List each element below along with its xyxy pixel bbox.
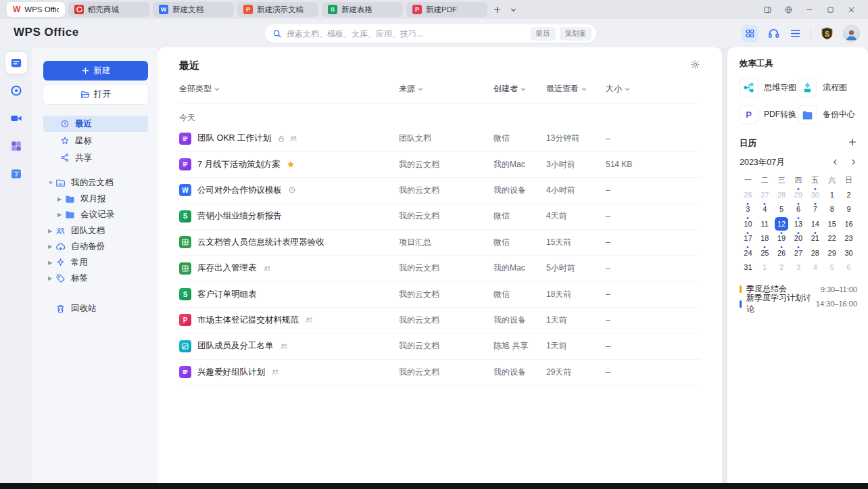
filter-dropdown[interactable]: 创建者 bbox=[493, 83, 546, 95]
calendar-day[interactable]: 14 bbox=[806, 216, 823, 231]
stable-mode-icon[interactable] bbox=[783, 5, 793, 14]
rail-item-meeting-camera[interactable] bbox=[5, 108, 27, 129]
calendar-prev-icon[interactable] bbox=[831, 158, 839, 168]
calendar-day[interactable]: 27 bbox=[756, 187, 773, 202]
headset-support-icon[interactable] bbox=[767, 27, 780, 40]
vip-badge-icon[interactable]: S bbox=[820, 26, 834, 41]
calendar-day[interactable]: 1 bbox=[756, 260, 773, 275]
calendar-day[interactable]: 13 bbox=[790, 216, 807, 231]
tool-backup-center[interactable]: 备份中心 bbox=[798, 106, 857, 124]
tree-item[interactable]: ▶自动备份 bbox=[43, 239, 148, 255]
tree-item[interactable]: ▶常用 bbox=[43, 255, 148, 271]
calendar-day[interactable]: 11 bbox=[756, 216, 773, 231]
calendar-day-selected[interactable]: 12 bbox=[773, 216, 790, 231]
file-row[interactable]: 云文档管人员信息统计表理器验收项目汇总微信15天前– bbox=[179, 230, 700, 256]
search-input[interactable] bbox=[287, 29, 527, 39]
expander-right-icon[interactable]: ▶ bbox=[48, 243, 55, 250]
calendar-day[interactable]: 16 bbox=[840, 216, 857, 231]
expander-right-icon[interactable]: ▶ bbox=[48, 275, 55, 281]
app-tab-wps-home[interactable]: WWPS Office bbox=[7, 2, 65, 17]
calendar-day[interactable]: 6 bbox=[790, 202, 807, 217]
expander-right-icon[interactable]: ▶ bbox=[48, 260, 55, 266]
calendar-day[interactable]: 20 bbox=[790, 231, 807, 246]
calendar-day[interactable]: 4 bbox=[756, 202, 773, 217]
calendar-day[interactable]: 23 bbox=[840, 231, 857, 246]
file-row[interactable]: 库存出入管理表我的云文档我的Mac5小时前– bbox=[179, 256, 700, 281]
calendar-day[interactable]: 19 bbox=[773, 231, 790, 246]
file-row[interactable]: S客户订单明细表我的云文档微信18天前– bbox=[179, 281, 700, 307]
calendar-day[interactable]: 30 bbox=[806, 187, 823, 202]
calendar-day[interactable]: 26 bbox=[773, 246, 790, 260]
open-document-button[interactable]: 打开 bbox=[43, 85, 148, 104]
calendar-day[interactable]: 4 bbox=[806, 260, 823, 275]
calendar-day[interactable]: 15 bbox=[823, 216, 840, 231]
split-view-icon[interactable] bbox=[763, 5, 772, 14]
calendar-day[interactable]: 29 bbox=[790, 187, 807, 202]
filter-dropdown[interactable]: 来源 bbox=[399, 83, 493, 95]
sidebar-item-star[interactable]: 星标 bbox=[43, 133, 148, 149]
tree-item[interactable]: ▶标签 bbox=[43, 271, 148, 287]
calendar-day[interactable]: 1 bbox=[823, 187, 840, 202]
rail-item-calendar-7[interactable]: 7 bbox=[5, 163, 27, 185]
calendar-day[interactable]: 28 bbox=[773, 187, 790, 202]
calendar-day[interactable]: 29 bbox=[823, 246, 840, 260]
file-row[interactable]: 团队 OKR 工作计划团队文档微信13分钟前– bbox=[179, 126, 700, 152]
calendar-day[interactable]: 5 bbox=[773, 202, 790, 217]
tree-item[interactable]: ▶会议记录 bbox=[43, 207, 148, 223]
rail-item-recent-disc[interactable] bbox=[5, 80, 27, 101]
sidebar-item-share[interactable]: 共享 bbox=[43, 149, 148, 166]
app-tab-presentation[interactable]: P新建演示文稿 bbox=[237, 2, 318, 17]
new-document-button[interactable]: 新建 bbox=[43, 61, 148, 80]
file-row[interactable]: 7 月线下活动策划方案我的云文档我的Mac3小时前514 KB bbox=[179, 152, 700, 177]
app-tab-writer[interactable]: W新建文档 bbox=[153, 2, 234, 17]
user-avatar[interactable] bbox=[843, 25, 860, 42]
filter-dropdown[interactable]: 全部类型 bbox=[179, 83, 399, 95]
calendar-day[interactable]: 30 bbox=[840, 246, 857, 260]
calendar-day[interactable]: 21 bbox=[806, 231, 823, 246]
add-event-icon[interactable] bbox=[848, 137, 857, 149]
menu-icon[interactable] bbox=[789, 27, 802, 40]
filter-dropdown[interactable]: 大小 bbox=[606, 83, 700, 95]
calendar-event[interactable]: 新季度学习计划讨论14:30–16:00 bbox=[740, 297, 857, 312]
filter-dropdown[interactable]: 最近查看 bbox=[546, 83, 606, 95]
expander-right-icon[interactable]: ▶ bbox=[48, 228, 55, 234]
calendar-day[interactable]: 10 bbox=[740, 216, 756, 231]
calendar-day[interactable]: 31 bbox=[740, 260, 756, 275]
app-tab-docer[interactable]: 稻壳商城 bbox=[68, 2, 149, 17]
maximize-button[interactable] bbox=[825, 5, 835, 14]
tool-flowchart[interactable]: 流程图 bbox=[798, 78, 857, 97]
new-tab-button[interactable] bbox=[490, 3, 504, 16]
calendar-day[interactable]: 18 bbox=[756, 231, 773, 246]
search-tag-chip[interactable]: 策划案 bbox=[560, 27, 592, 41]
calendar-day[interactable]: 27 bbox=[790, 246, 807, 260]
calendar-day[interactable]: 9 bbox=[840, 202, 857, 217]
list-settings-gear-icon[interactable] bbox=[690, 60, 700, 72]
search-tag-chip[interactable]: 简历 bbox=[531, 27, 556, 41]
file-row[interactable]: P市场主体登记提交材料规范我的云文档我的设备1天前– bbox=[179, 308, 700, 333]
sidebar-item-clock[interactable]: 最近 bbox=[43, 116, 148, 132]
minimize-button[interactable] bbox=[804, 5, 814, 14]
expander-down-icon[interactable]: ▼ bbox=[48, 180, 55, 186]
expander-right-icon[interactable]: ▶ bbox=[57, 196, 65, 202]
calendar-day[interactable]: 26 bbox=[740, 187, 756, 202]
calendar-day[interactable]: 22 bbox=[823, 231, 840, 246]
apps-grid-icon[interactable] bbox=[742, 25, 758, 42]
expander-right-icon[interactable]: ▶ bbox=[57, 212, 65, 218]
calendar-day[interactable]: 3 bbox=[740, 202, 756, 217]
tree-item[interactable]: ▶团队文档 bbox=[43, 223, 148, 239]
app-tab-pdf[interactable]: P新建PDF bbox=[406, 2, 487, 17]
calendar-day[interactable]: 8 bbox=[823, 202, 840, 217]
calendar-day[interactable]: 24 bbox=[740, 246, 756, 260]
file-row[interactable]: 兴趣爱好组队计划我的云文档我的设备29天前– bbox=[179, 360, 700, 386]
calendar-day[interactable]: 3 bbox=[790, 260, 807, 275]
sidebar-item-trash[interactable]: 回收站 bbox=[43, 301, 148, 317]
calendar-day[interactable]: 2 bbox=[840, 187, 857, 202]
calendar-day[interactable]: 5 bbox=[823, 260, 840, 275]
calendar-next-icon[interactable] bbox=[850, 158, 857, 168]
app-tab-sheet[interactable]: S新建表格 bbox=[322, 2, 403, 17]
tool-mindmap[interactable]: 思维导图 bbox=[740, 78, 798, 97]
calendar-day[interactable]: 6 bbox=[840, 260, 857, 275]
file-row[interactable]: 团队成员及分工名单我的云文档陈旭 共享1天前– bbox=[179, 333, 700, 359]
calendar-day[interactable]: 25 bbox=[756, 246, 773, 260]
close-button[interactable] bbox=[846, 5, 856, 14]
